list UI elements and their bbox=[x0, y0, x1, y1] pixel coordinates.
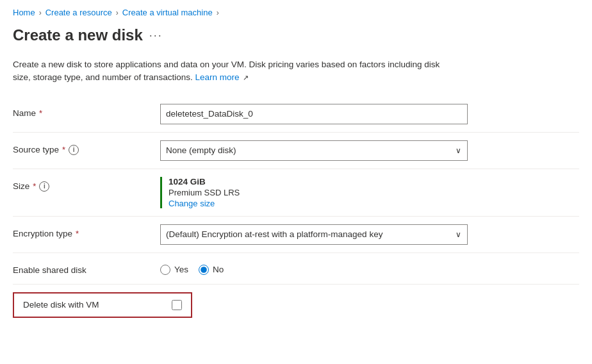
source-type-control: None (empty disk) Snapshot Storage blob … bbox=[160, 140, 468, 161]
divider-5 bbox=[13, 284, 579, 285]
form-row-shared-disk: Enable shared disk Yes No bbox=[13, 254, 579, 283]
shared-disk-control: Yes No bbox=[160, 261, 468, 275]
source-type-label: Source type * i bbox=[13, 140, 160, 155]
delete-disk-row: Delete disk with VM bbox=[13, 286, 579, 324]
name-required-star: * bbox=[39, 108, 42, 118]
source-type-select[interactable]: None (empty disk) Snapshot Storage blob … bbox=[160, 140, 468, 161]
form-section: Name * Source type * i None (empty disk)… bbox=[0, 97, 592, 324]
delete-disk-checkbox[interactable] bbox=[172, 300, 182, 310]
breadcrumb-sep-3: › bbox=[217, 8, 219, 17]
source-type-info-icon[interactable]: i bbox=[69, 145, 79, 155]
name-control bbox=[160, 104, 468, 124]
form-row-encryption: Encryption type * (Default) Encryption a… bbox=[13, 218, 579, 251]
size-value: 1024 GiB bbox=[169, 177, 468, 186]
size-info-icon[interactable]: i bbox=[39, 181, 49, 192]
shared-disk-radio-group: Yes No bbox=[160, 261, 468, 275]
page-title: Create a new disk bbox=[13, 26, 143, 44]
description-text: Create a new disk to store applications … bbox=[0, 54, 461, 97]
source-type-required-star: * bbox=[62, 145, 65, 154]
size-label: Size * i bbox=[13, 177, 160, 192]
shared-disk-yes-radio[interactable] bbox=[160, 265, 170, 275]
name-label: Name * bbox=[13, 104, 160, 118]
encryption-label: Encryption type * bbox=[13, 224, 160, 238]
breadcrumb: Home › Create a resource › Create a virt… bbox=[0, 0, 592, 22]
size-required-star: * bbox=[33, 181, 36, 191]
encryption-type-select[interactable]: (Default) Encryption at-rest with a plat… bbox=[160, 224, 468, 245]
encryption-select-wrapper: (Default) Encryption at-rest with a plat… bbox=[160, 224, 468, 245]
divider-2 bbox=[13, 169, 579, 169]
shared-disk-no-option[interactable]: No bbox=[199, 265, 224, 275]
breadcrumb-create-vm[interactable]: Create a virtual machine bbox=[122, 8, 213, 17]
shared-disk-no-radio[interactable] bbox=[199, 265, 209, 275]
delete-disk-label: Delete disk with VM bbox=[23, 300, 164, 310]
divider-1 bbox=[13, 132, 579, 133]
size-type: Premium SSD LRS bbox=[169, 188, 468, 197]
breadcrumb-sep-1: › bbox=[39, 8, 42, 17]
change-size-link[interactable]: Change size bbox=[169, 199, 468, 208]
form-row-size: Size * i 1024 GiB Premium SSD LRS Change… bbox=[13, 170, 579, 215]
delete-disk-highlighted-container: Delete disk with VM bbox=[13, 292, 192, 318]
more-options-icon[interactable]: ··· bbox=[149, 29, 163, 42]
form-row-name: Name * bbox=[13, 97, 579, 131]
divider-4 bbox=[13, 252, 579, 253]
encryption-control: (Default) Encryption at-rest with a plat… bbox=[160, 224, 468, 245]
breadcrumb-sep-2: › bbox=[116, 8, 119, 17]
size-control: 1024 GiB Premium SSD LRS Change size bbox=[160, 177, 468, 208]
shared-disk-yes-option[interactable]: Yes bbox=[160, 265, 188, 275]
page-header: Create a new disk ··· bbox=[0, 22, 592, 54]
shared-disk-label: Enable shared disk bbox=[13, 261, 160, 275]
shared-disk-no-label: No bbox=[213, 265, 224, 274]
divider-3 bbox=[13, 216, 579, 217]
source-type-select-wrapper: None (empty disk) Snapshot Storage blob … bbox=[160, 140, 468, 161]
name-input[interactable] bbox=[160, 104, 468, 124]
encryption-required-star: * bbox=[76, 229, 79, 238]
external-link-icon: ↗ bbox=[243, 74, 249, 81]
breadcrumb-create-resource[interactable]: Create a resource bbox=[45, 8, 112, 17]
shared-disk-yes-label: Yes bbox=[174, 265, 188, 274]
breadcrumb-home[interactable]: Home bbox=[13, 8, 35, 17]
learn-more-link[interactable]: Learn more bbox=[195, 72, 239, 82]
form-row-source-type: Source type * i None (empty disk) Snapsh… bbox=[13, 134, 579, 167]
